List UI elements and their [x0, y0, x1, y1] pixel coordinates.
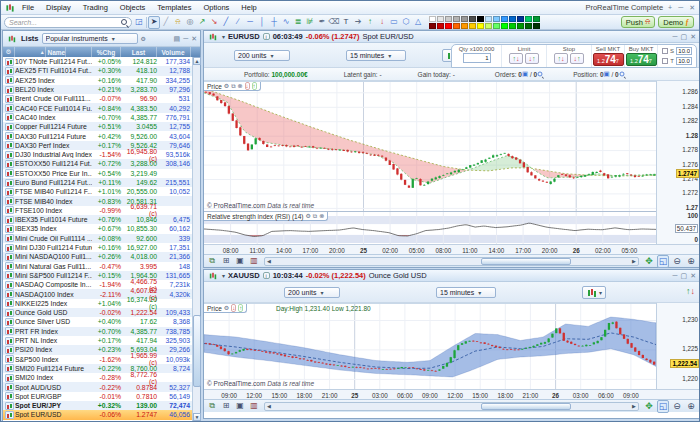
rsi-pane[interactable]: Relative strength index (RSI) (14) ⚙ ⧉ ⊗	[204, 211, 656, 244]
stop-checkbox[interactable]	[662, 48, 668, 54]
eurusd-timeframe-select[interactable]: 15 minutes▾	[346, 50, 406, 61]
sell-arrow-icon[interactable]: ↓	[245, 82, 250, 90]
list-selector[interactable]: Popular instruments ▾	[42, 33, 138, 44]
scroll-down-icon[interactable]: ▼	[193, 413, 201, 421]
xauusd-units-select[interactable]: 200 units▾	[284, 287, 340, 298]
zoom-box-icon[interactable]: ◱	[657, 400, 669, 413]
arrow-right-icon[interactable]: ➔	[352, 16, 364, 29]
position-list-icon[interactable]: ▣	[604, 70, 610, 78]
color-swatch[interactable]	[493, 23, 500, 29]
pan-hand-icon[interactable]: ✥	[643, 400, 655, 413]
list-item[interactable]: Spot AUD/USD-0.22%0.878452,327	[3, 382, 192, 391]
segment-tool-icon[interactable]: ╱	[220, 16, 232, 29]
triangle-tool-icon[interactable]: △	[412, 16, 424, 29]
color-swatch[interactable]	[437, 23, 444, 29]
volumes-icon[interactable]: ▥	[248, 400, 260, 413]
buy-limit-button[interactable]: ↓↑	[525, 53, 539, 64]
eurusd-price-axis[interactable]: 1.2861.2841.2821.281.2781.2761.2741.2721…	[656, 81, 700, 211]
watchlist-scrollbar[interactable]: ▲ ▼	[192, 57, 200, 421]
xauusd-maximize-icon[interactable]: ▢	[681, 272, 688, 280]
sell-arrow-icon[interactable]: ↓	[231, 304, 236, 312]
list-item[interactable]: IBEX35 Index+0.67%10,855.3060,162	[3, 224, 192, 233]
trash-icon[interactable]: ⌫	[328, 16, 340, 29]
bearish-pattern-icon[interactable]: ↘	[208, 16, 220, 29]
scroll-left-icon[interactable]: ◀	[265, 258, 273, 265]
list-item[interactable]: DJ30 Industrial Avg Index-1.54%16,945.80…	[3, 150, 192, 159]
app-minimize-icon[interactable]: ─	[677, 4, 684, 11]
chart-hscrollbar[interactable]: ◀▶	[264, 402, 639, 411]
hscroll-thumb[interactable]	[481, 403, 571, 410]
color-swatch[interactable]	[501, 23, 508, 29]
list-item[interactable]: Copper Full1214 Future+0.51%3.045512,755	[3, 122, 192, 131]
add-chart-icon[interactable]: ⊞	[220, 400, 232, 413]
list-item[interactable]: CAC40 FCE Full1014 Fu...+0.84%4,383.5040…	[3, 103, 192, 112]
list-item[interactable]: Mini S&P500 Full1214 F...+0.15%1,964.501…	[3, 271, 192, 280]
sell-limit-button[interactable]: ↑↓	[509, 53, 523, 64]
info-icon[interactable]: i	[263, 272, 270, 279]
add-chart-icon[interactable]: ⊞	[220, 255, 232, 268]
app-pin-icon[interactable]: +	[667, 4, 673, 11]
xauusd-time-axis[interactable]: 09:0012:0015:0018:0021:002503:0006:0009:…	[204, 389, 656, 399]
color-swatch[interactable]	[445, 16, 452, 22]
eurusd-price-pane[interactable]: Price ⚙ ⧉ ⊗ ↓ ↑ © ProRealTime.com Data i…	[204, 81, 656, 211]
scroll-right-icon[interactable]: ▶	[630, 258, 638, 265]
list-item[interactable]: NASDAQ100 Index-2.11%4,607.82 (c)4,320k	[3, 289, 192, 298]
color-swatch[interactable]	[461, 16, 468, 22]
list-item[interactable]: ESTOXX50 Price Eur In...+0.54%3,219.49	[3, 169, 192, 178]
eurusd-minimize-icon[interactable]: ─	[673, 33, 678, 41]
color-swatch[interactable]	[453, 16, 460, 22]
list-item[interactable]: PSI20 Index+0.23%5,693.0429,266	[3, 345, 192, 354]
color-swatch[interactable]	[469, 16, 476, 22]
chart-hscrollbar[interactable]: ◀▶	[264, 257, 639, 266]
color-swatch[interactable]	[533, 23, 540, 29]
header-settings-icon[interactable]: ⚙	[3, 47, 15, 57]
watchlist-close-icon[interactable]: ✕	[191, 35, 197, 43]
color-swatch[interactable]	[509, 23, 516, 29]
list-item[interactable]: ESTOXX50 Full1214 Fut...+0.72%3,288.0030…	[3, 159, 192, 168]
text-tool-icon[interactable]: T	[340, 16, 352, 29]
menu-trading[interactable]: Trading	[77, 3, 114, 12]
screenshot-icon[interactable]: ▣	[234, 400, 246, 413]
list-item[interactable]: Mini DJ30 Full1214 Future+0.16%16,927.00…	[3, 243, 192, 252]
eurusd-time-axis[interactable]: 08:0011:0014:0017:0020:002502:0005:0008:…	[204, 244, 656, 254]
list-item[interactable]: AEX25 FTI Full1014 Fut...+0.30%418.1012,…	[3, 66, 192, 75]
zoom-box-icon[interactable]: ◱	[657, 255, 669, 268]
pane-copy-icon[interactable]: ⧉	[231, 83, 235, 89]
app-close-icon[interactable]: ✕	[688, 4, 696, 12]
list-item[interactable]: NASDAQ Composite In...-1.94%4,466.75 (c)…	[3, 280, 192, 289]
list-settings-icon[interactable]: ⚙	[141, 36, 146, 42]
color-swatch[interactable]	[525, 23, 532, 29]
menu-options[interactable]: Options	[197, 3, 235, 12]
rsi-copy-icon[interactable]: ⧉	[313, 213, 317, 219]
alert-bell-icon[interactable]: ⍾	[172, 16, 184, 29]
list-item[interactable]: SMI20 Full1214 Future+0.22%8,760.008,724	[3, 364, 192, 373]
list-item[interactable]: FTSE MIB40 Index+0.83%20,581.31	[3, 196, 192, 205]
eurusd-close-icon[interactable]: ✕	[690, 33, 696, 41]
sell-mkt-button[interactable]: 1.2747	[593, 53, 624, 66]
eurusd-price-chart[interactable]	[204, 82, 656, 211]
list-item[interactable]: FTSE100 Index-0.99%6,639.71 (c)	[3, 206, 192, 215]
scroll-right-icon[interactable]: ▶	[630, 403, 638, 410]
buy-arrow-icon[interactable]: ↑	[252, 82, 257, 90]
color-swatch[interactable]	[477, 16, 484, 22]
list-item[interactable]: Ounce Silver USD+0.40%17.628,368	[3, 317, 192, 326]
stop-distance-input[interactable]	[676, 47, 692, 55]
xauusd-price-pane[interactable]: Price ⚙ ↓ ↑ Day:High 1,231.40 Low 1,221.…	[204, 303, 656, 389]
zoom-out-icon[interactable]: ⊖	[671, 255, 683, 268]
menu-objects[interactable]: Objects	[114, 3, 151, 12]
volumes-icon[interactable]: ▥	[248, 255, 260, 268]
rsi-close-icon[interactable]: ⊗	[319, 213, 324, 219]
rsi-settings-icon[interactable]: ⚙	[305, 213, 310, 219]
cross-lines-icon[interactable]: ┼	[268, 16, 280, 29]
search-input[interactable]: Search...	[4, 17, 132, 28]
xauusd-timeframe-select[interactable]: 15 minutes▾	[436, 287, 496, 298]
list-item[interactable]: S&P500 Index-1.62%1,965.99 (c)10,093k	[3, 355, 192, 364]
screenshot-icon[interactable]: ▣	[234, 255, 246, 268]
list-item[interactable]: CAC40 Index+0.70%4,385.77776,791	[3, 113, 192, 122]
list-item[interactable]: AEX25 Index+0.16%417.90334,255	[3, 76, 192, 85]
orders-panel-toggle-icon[interactable]: ↑↓	[686, 286, 695, 296]
xauusd-minimize-icon[interactable]: ─	[673, 272, 678, 280]
list-item[interactable]: DAX30 Full1214 Future+0.42%9,526.0043,60…	[3, 131, 192, 140]
watchlist-minimize-icon[interactable]: ─	[183, 35, 188, 43]
color-swatch[interactable]	[445, 23, 452, 29]
